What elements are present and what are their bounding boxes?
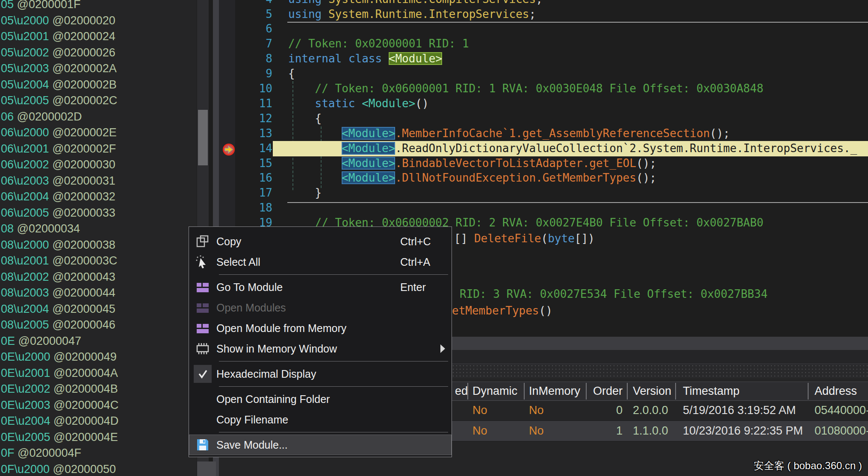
tree-item[interactable]: 06\u2004 @02000032 [1, 188, 115, 205]
tree-item[interactable]: 06\u2003 @02000031 [1, 173, 115, 189]
menu-item-open-containing-folder[interactable]: Open Containing Folder [189, 389, 452, 409]
tree-item[interactable]: 05\u2004 @0200002B [1, 76, 117, 93]
menu-item-go-to-module[interactable]: Go To ModuleEnter [189, 277, 452, 297]
menu-item-show-in-memory-window[interactable]: Show in Memory Window [189, 338, 452, 359]
column-header-address[interactable]: Address [815, 382, 857, 400]
menu-item-save-module[interactable]: Save Module... [189, 435, 452, 455]
tree-item[interactable]: 05\u2002 @02000026 [1, 44, 115, 61]
tree-item-name: 05\u2002 [1, 46, 49, 59]
line-number: 11 [219, 96, 272, 111]
select-all-cursor-icon [195, 255, 210, 269]
member-separator-line [287, 22, 868, 23]
tree-item[interactable]: 08 @02000034 [1, 220, 80, 237]
tree-item[interactable]: 08\u2003 @02000044 [1, 285, 115, 301]
tree-item[interactable]: 0E\u2000 @02000049 [1, 349, 117, 365]
column-separator [524, 383, 525, 400]
tree-item[interactable]: 08\u2002 @02000043 [1, 269, 115, 285]
cell-timestamp: 10/23/2016 9:22:35 PM [683, 421, 803, 441]
tree-item[interactable]: 06 @0200002D [1, 109, 82, 125]
tree-item[interactable]: 0E @02000047 [1, 333, 81, 349]
tree-item[interactable]: 0E\u2003 @0200004C [1, 397, 118, 413]
menu-item-open-modules: Open Modules [189, 297, 452, 318]
tree-item-address: @0200004F [15, 447, 82, 459]
menu-item-label: Show in Memory Window [216, 343, 337, 355]
cell-dynamic: No [472, 400, 487, 420]
tree-item[interactable]: 08\u2004 @02000045 [1, 301, 115, 317]
tree-item[interactable]: 05\u2000 @02000020 [1, 12, 115, 29]
module-reference[interactable]: <Module> [389, 52, 442, 65]
tree-item-address: @02000026 [49, 46, 115, 59]
column-header-order[interactable]: Order [593, 382, 623, 400]
checkmark-icon [196, 367, 209, 380]
tree-item[interactable]: 06\u2001 @0200002F [1, 141, 116, 157]
tree-item-address: @02000043 [49, 270, 115, 283]
line-number: 10 [219, 81, 272, 96]
tree-item-address: @02000050 [50, 463, 116, 476]
tree-item[interactable]: 05 @0200001F [1, 0, 81, 12]
tree-item-name: 0F\u2000 [1, 463, 50, 476]
menu-item-label: Copy Filename [216, 414, 288, 426]
tree-item[interactable]: 0E\u2002 @0200004B [1, 381, 118, 397]
module-reference[interactable]: <Module> [342, 127, 395, 140]
cell-inmemory: No [529, 400, 544, 420]
module-reference[interactable]: <Module> [342, 157, 395, 170]
code-token: () [539, 304, 552, 317]
tree-item[interactable]: 06\u2005 @02000033 [1, 205, 115, 221]
cell-version: 1.1.0.0 [633, 421, 668, 441]
code-token: System.Runtime.CompilerServices [328, 0, 536, 6]
tree-item-address: @0200002F [49, 142, 116, 155]
code-token: ( [541, 232, 548, 245]
menu-item-copy-filename[interactable]: Copy Filename [189, 409, 452, 430]
tree-item-address: @0200004B [50, 382, 118, 395]
tree-item[interactable]: 0E\u2005 @0200004E [1, 429, 118, 445]
menu-item-copy[interactable]: CopyCtrl+C [189, 231, 452, 252]
tree-item[interactable]: 08\u2005 @02000046 [1, 317, 115, 333]
code-line: { [315, 111, 322, 126]
menu-item-select-all[interactable]: Select AllCtrl+A [189, 252, 452, 272]
tree-item[interactable]: 08\u2000 @02000038 [1, 237, 115, 253]
line-number: 9 [219, 66, 272, 81]
code-line: // Token: 0x06000001 RID: 1 RVA: 0x0030E… [315, 81, 764, 96]
tree-item[interactable]: 06\u2002 @02000030 [1, 156, 115, 173]
tree-item[interactable]: 0E\u2001 @0200004A [1, 365, 118, 381]
tree-item[interactable]: 0E\u2004 @0200004D [1, 413, 118, 429]
code-token: [] [454, 232, 474, 245]
tree-item-name: 06\u2005 [1, 206, 49, 219]
tree-item-address: @0200002B [49, 78, 117, 91]
code-token: () [415, 97, 428, 110]
tree-item-name: 08 [1, 222, 14, 235]
tree-item-name: 05\u2005 [1, 94, 49, 107]
tree-item[interactable]: 05\u2001 @02000024 [1, 28, 115, 44]
code-token: // Token: 0x02000001 RID: 1 [288, 37, 469, 50]
module-reference[interactable]: <Module> [342, 142, 395, 155]
column-header-inmemory[interactable]: InMemory [529, 382, 580, 400]
menu-item-open-module-from-memory[interactable]: Open Module from Memory [189, 318, 452, 338]
tree-item[interactable]: 0F @0200004F [1, 445, 81, 461]
column-header-partial: ed [455, 382, 468, 400]
tree-item[interactable]: 0F\u2000 @02000050 [1, 461, 116, 476]
module-reference[interactable]: <Module> [342, 171, 395, 184]
column-separator [467, 383, 468, 400]
current-statement-arrow-icon[interactable] [222, 143, 235, 156]
menu-item-hexadecimal-display[interactable]: Hexadecimal Display [189, 364, 452, 384]
tree-item[interactable]: 06\u2000 @0200002E [1, 124, 117, 141]
tree-item-name: 0E [1, 335, 15, 347]
scrollbar-thumb[interactable] [198, 110, 208, 165]
code-line: static <Module>() [315, 96, 429, 111]
column-header-timestamp[interactable]: Timestamp [683, 382, 740, 400]
tree-item-address: @02000044 [49, 286, 115, 299]
menu-item-icon-cell [189, 365, 216, 383]
tree-item-address: @0200002D [14, 110, 82, 123]
tree-item[interactable]: 08\u2001 @0200003C [1, 253, 117, 269]
tree-item[interactable]: 05\u2005 @0200002C [1, 92, 117, 109]
line-number: 16 [219, 170, 272, 185]
tree-item-address: @0200002C [49, 94, 118, 107]
code-token: RID: 3 RVA: 0x0027E534 File Offset: 0x00… [460, 288, 768, 300]
menu-item-label: Select All [216, 256, 260, 268]
column-header-version[interactable]: Version [633, 382, 671, 400]
tree-item[interactable]: 05\u2003 @0200002A [1, 60, 117, 76]
column-header-dynamic[interactable]: Dynamic [472, 382, 517, 400]
code-token: ; [536, 0, 543, 6]
code-token: (); [710, 127, 730, 140]
watermark: 安全客 ( bobao.360.cn ) [754, 459, 862, 473]
